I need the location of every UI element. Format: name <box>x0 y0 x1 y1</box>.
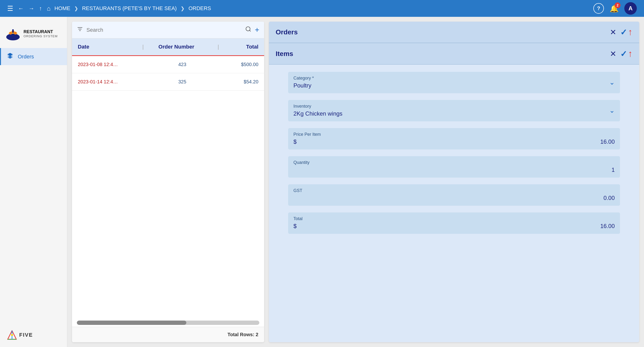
main-layout: RESTAURANT ORDERING SYSTEM Orders <box>0 17 644 347</box>
search-input[interactable] <box>86 27 242 33</box>
nav-right-actions: ? 🔔 2 A <box>593 2 637 15</box>
price-per-item-content: $ 16.00 <box>294 138 615 145</box>
breadcrumb-home[interactable]: HOME <box>54 5 70 12</box>
breadcrumb-orders[interactable]: ORDERS <box>188 5 211 12</box>
table-row[interactable]: 2023-01-14 12:4… 325 $54.20 <box>72 73 264 91</box>
orders-panel-title: Orders <box>276 28 298 36</box>
svg-point-13 <box>11 334 13 336</box>
total-prefix: $ <box>294 223 296 229</box>
table-header-row: Date | Order Number | Total <box>72 39 264 56</box>
items-panel-header: Items ✕ ✓ ↑ <box>269 43 639 65</box>
hamburger-menu[interactable]: ☰ <box>7 5 13 13</box>
total-label: Total <box>294 216 615 221</box>
sidebar-logo: RESTAURANT ORDERING SYSTEM <box>0 22 67 48</box>
items-arrow-indicator: ↑ <box>628 49 632 59</box>
svg-point-3 <box>14 32 17 35</box>
inventory-label: Inventory <box>294 104 342 109</box>
category-field[interactable]: Category * Poultry ⌄ <box>288 72 620 93</box>
cell-order-number: 423 <box>153 56 212 73</box>
inventory-value: 2Kg Chicken wings <box>294 110 342 117</box>
svg-point-1 <box>9 32 12 35</box>
add-order-button[interactable]: + <box>255 26 259 34</box>
detail-panel: Orders ✕ ✓ ↑ Items ✕ ✓ ↑ <box>269 22 639 342</box>
sidebar-item-orders[interactable]: Orders <box>0 48 67 65</box>
inventory-field-content: Inventory 2Kg Chicken wings <box>294 104 342 117</box>
col-date[interactable]: Date <box>72 39 137 56</box>
logo-icon <box>6 27 20 41</box>
gst-value: 0.00 <box>604 195 615 201</box>
inventory-dropdown-arrow[interactable]: ⌄ <box>609 107 615 114</box>
horizontal-scrollbar[interactable] <box>77 320 259 325</box>
search-bar: + <box>72 22 264 39</box>
orders-panel-header: Orders ✕ ✓ ↑ <box>269 22 639 43</box>
total-field[interactable]: Total $ 16.00 <box>288 212 620 234</box>
orders-list-panel: + Date | Order Number | <box>72 22 264 342</box>
gst-label: GST <box>294 188 615 193</box>
cell-sep2 <box>212 56 228 73</box>
items-confirm-button[interactable]: ✓ <box>620 49 627 59</box>
search-icon[interactable] <box>245 26 252 34</box>
sidebar-logo-name: RESTAURANT <box>24 29 58 35</box>
orders-table: Date | Order Number | Total <box>72 39 264 318</box>
total-rows-label: Total Rows: 2 <box>228 332 258 337</box>
orders-panel-actions: ✕ ✓ ↑ <box>610 27 632 37</box>
sidebar-logo-sub: ORDERING SYSTEM <box>24 34 58 38</box>
svg-line-9 <box>250 30 251 32</box>
items-close-button[interactable]: ✕ <box>610 49 616 58</box>
gst-field[interactable]: GST 0.00 <box>288 184 620 206</box>
inventory-field[interactable]: Inventory 2Kg Chicken wings ⌄ <box>288 100 620 121</box>
category-value: Poultry <box>294 82 314 89</box>
notification-badge: 2 <box>615 3 620 8</box>
price-per-item-field[interactable]: Price Per Item $ 16.00 <box>288 128 620 149</box>
svg-point-8 <box>246 27 250 31</box>
table-row[interactable]: 2023-01-08 12:4… 423 $500.00 <box>72 56 264 73</box>
col-total[interactable]: Total <box>228 39 264 56</box>
cell-total: $54.20 <box>228 73 264 91</box>
col-order-number[interactable]: Order Number <box>153 39 212 56</box>
sidebar-orders-label: Orders <box>18 54 34 60</box>
price-per-item-label: Price Per Item <box>294 132 615 137</box>
cell-date: 2023-01-14 12:4… <box>72 73 137 91</box>
col-sep-2: | <box>212 39 228 56</box>
category-label: Category * <box>294 76 314 81</box>
up-button[interactable]: ↑ <box>39 5 42 12</box>
five-label: FIVE <box>19 332 33 338</box>
cell-total: $500.00 <box>228 56 264 73</box>
notifications-bell[interactable]: 🔔 2 <box>610 4 618 13</box>
top-navigation: ☰ ← → ↑ ⌂ HOME ❯ RESTAURANTS (PETE'S BY … <box>0 0 644 17</box>
items-panel-title: Items <box>276 50 293 58</box>
form-body: Category * Poultry ⌄ Inventory 2Kg Chick… <box>269 65 639 342</box>
sidebar: RESTAURANT ORDERING SYSTEM Orders <box>0 17 67 347</box>
total-value: 16.00 <box>600 223 615 229</box>
category-field-content: Category * Poultry <box>294 76 314 89</box>
cell-sep1 <box>137 73 153 91</box>
content-area: + Date | Order Number | <box>67 17 644 347</box>
back-button[interactable]: ← <box>18 5 24 12</box>
table-footer: Total Rows: 2 <box>72 327 264 342</box>
price-value: 16.00 <box>600 138 615 145</box>
quantity-label: Quantity <box>294 160 615 165</box>
user-avatar[interactable]: A <box>624 2 637 15</box>
total-content: $ 16.00 <box>294 223 615 229</box>
quantity-field[interactable]: Quantity 1 <box>288 156 620 178</box>
items-panel-actions: ✕ ✓ ↑ <box>610 49 632 59</box>
orders-close-button[interactable]: ✕ <box>610 28 616 37</box>
breadcrumb: ⌂ HOME ❯ RESTAURANTS (PETE'S BY THE SEA)… <box>47 5 211 12</box>
category-dropdown-arrow[interactable]: ⌄ <box>609 78 615 86</box>
filter-icon[interactable] <box>77 26 83 34</box>
orders-confirm-button[interactable]: ✓ <box>620 28 627 37</box>
help-button[interactable]: ? <box>593 3 604 14</box>
forward-button[interactable]: → <box>28 5 34 12</box>
layers-icon <box>7 52 14 61</box>
sidebar-logo-text-wrap: RESTAURANT ORDERING SYSTEM <box>24 29 58 38</box>
breadcrumb-sep-2: ❯ <box>180 6 185 11</box>
home-icon[interactable]: ⌂ <box>47 5 51 12</box>
quantity-value: 1 <box>612 167 615 173</box>
cell-sep2 <box>212 73 228 91</box>
breadcrumb-sep-1: ❯ <box>74 6 78 11</box>
svg-rect-4 <box>12 29 14 33</box>
breadcrumb-restaurant[interactable]: RESTAURANTS (PETE'S BY THE SEA) <box>82 5 177 12</box>
col-sep-1: | <box>137 39 153 56</box>
scrollbar-thumb[interactable] <box>77 320 186 325</box>
cell-sep1 <box>137 56 153 73</box>
